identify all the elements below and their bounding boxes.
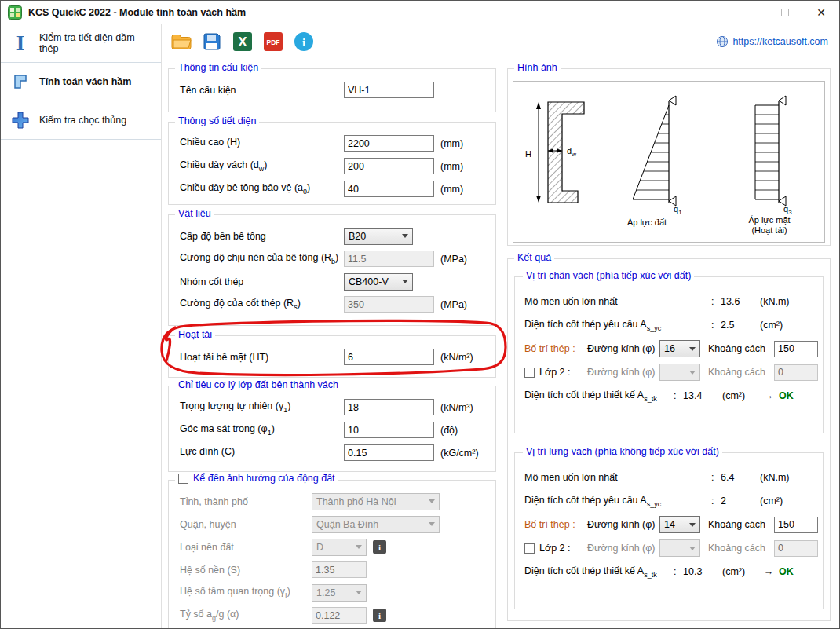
soil-type-label: Loại nền đất [180, 542, 312, 553]
colon: : [674, 390, 683, 401]
open-file-button[interactable] [170, 30, 193, 53]
soil-type-dropdown: D [312, 539, 367, 556]
colon: : [711, 296, 721, 307]
ground-factor-label: Hệ số nền (S) [180, 565, 312, 576]
sidebar-item-label: Kiểm tra tiết diện dầm thép [39, 32, 155, 54]
unit-weight-unit: (kN/m³) [440, 402, 488, 413]
district-dropdown: Quận Ba Đình [312, 516, 440, 533]
cohesion-input[interactable] [344, 444, 434, 461]
label-part: Chiều dày vách (d [180, 159, 259, 170]
sidebar-item-label: Kiểm tra chọc thủng [39, 115, 126, 126]
required-steel-value: 2 [721, 496, 760, 506]
layer2-spacing-input [774, 540, 818, 557]
steel-beam-icon: I [9, 31, 32, 55]
group-title: Hình ảnh [514, 62, 561, 73]
design-steel-row: Diện tích cốt thép thiết kế As_tk : 10.3… [515, 560, 823, 583]
chevron-down-icon [356, 591, 362, 594]
website-link[interactable]: https://ketcausoft.com [732, 36, 828, 47]
concrete-strength-label: Cường độ chịu nén của bê tông (Rb) [180, 252, 344, 265]
soil-type-row: Loại nền đất D i [169, 536, 495, 558]
moment-row: Mô men uốn lớn nhất : 13.6 (kN.m) [515, 290, 823, 313]
excel-icon: X [232, 31, 253, 52]
info-button[interactable]: i [292, 30, 316, 53]
ibeam-glyph: I [16, 33, 25, 54]
friction-angle-input[interactable] [344, 422, 434, 438]
accel-ratio-info-button[interactable]: i [373, 609, 386, 622]
result-section-title: Vị trí lưng vách (phía không tiếp xúc vớ… [523, 446, 722, 457]
diameter-label: Đường kính (φ) [587, 519, 659, 530]
cover-thickness-input[interactable] [344, 181, 434, 197]
cohesion-unit: (kG/cm²) [440, 448, 488, 459]
unit-weight-input[interactable] [344, 399, 434, 415]
label-part: s_tk [644, 394, 657, 402]
layer2-checkbox[interactable] [524, 368, 535, 378]
layer2-spacing-label: Khoảng cách [708, 367, 774, 378]
surface-pressure-caption-1: Áp lực mặt [748, 215, 790, 225]
height-input[interactable] [344, 135, 434, 152]
label-part: ) [335, 252, 338, 263]
earth-pressure-caption: Áp lực đất [627, 218, 667, 227]
label-part: Diện tích cốt thép yêu cầu A [524, 319, 647, 330]
arrange-row: Bố trí thép : Đường kính (φ) 16 Khoảng c… [515, 337, 823, 360]
minimize-button[interactable]: – [731, 1, 767, 24]
dropdown-value: 14 [664, 519, 686, 530]
svg-text:PDF: PDF [267, 38, 280, 46]
diameter-dropdown[interactable]: 16 [659, 340, 700, 357]
group-section-params: Thông số tiết diện Chiều cao (H) (mm) Ch… [168, 122, 496, 205]
steel-group-dropdown[interactable]: CB400-V [344, 273, 413, 291]
export-excel-button[interactable]: X [231, 30, 254, 53]
seismic-checkbox[interactable] [178, 474, 188, 484]
maximize-button [767, 1, 803, 24]
required-steel-row: Diện tích cốt thép yêu cầu As_yc : 2.5 (… [515, 313, 823, 337]
save-button[interactable] [200, 30, 224, 53]
label-part: ) [264, 159, 267, 170]
label-part: ) [307, 182, 310, 193]
export-pdf-button[interactable]: PDF [261, 30, 285, 53]
globe-icon [716, 35, 729, 48]
ground-factor-row: Hệ số nền (S) [169, 558, 495, 581]
required-steel-unit: (cm²) [760, 320, 783, 331]
layer2-label: Lớp 2 : [539, 543, 587, 554]
group-live-load: Hoạt tải Hoạt tải bề mặt (HT) (kN/m²) [168, 335, 496, 378]
dim-dw-label: dw [567, 146, 576, 158]
svg-text:i: i [302, 36, 305, 49]
accel-ratio-row: Tỷ số ag/g (α) i [169, 604, 495, 627]
arrange-row: Bố trí thép : Đường kính (φ) 14 Khoảng c… [515, 513, 823, 536]
soil-type-info-button[interactable]: i [373, 540, 386, 554]
window-controls: – ✕ [731, 1, 839, 24]
colon: : [711, 320, 721, 331]
sidebar-item-steel-beam-check[interactable]: I Kiểm tra tiết diện dầm thép [1, 24, 161, 63]
component-name-input[interactable] [344, 82, 434, 98]
steel-strength-input [344, 296, 434, 313]
close-button[interactable]: ✕ [803, 1, 839, 24]
spacing-input[interactable] [774, 341, 818, 357]
status-badge: OK [779, 566, 794, 577]
steel-group-label: Nhóm cốt thép [180, 276, 344, 287]
window-title: KCS QuickC 2022 - Module tính toán vách … [28, 7, 246, 18]
component-name-row: Tên cấu kiện [169, 79, 495, 101]
toolbar: X PDF i [162, 24, 839, 59]
group-seismic: Kể đến ảnh hưởng của động đất Tỉnh, thàn… [168, 480, 496, 629]
concrete-grade-dropdown[interactable]: B20 [344, 228, 413, 245]
maximize-icon [781, 9, 789, 16]
moment-unit: (kN.m) [760, 296, 790, 307]
label-part: Diện tích cốt thép thiết kế A [524, 565, 644, 576]
svg-text:X: X [238, 35, 247, 49]
dropdown-value: B20 [349, 231, 399, 242]
surface-load-input[interactable] [344, 349, 434, 365]
wall-thickness-input[interactable] [344, 158, 434, 174]
label-part: ) [287, 586, 290, 597]
moment-row: Mô men uốn lớn nhất : 6.4 (kN.m) [515, 466, 823, 489]
design-steel-row: Diện tích cốt thép thiết kế As_tk : 13.4… [515, 384, 823, 408]
design-steel-unit: (cm²) [722, 566, 758, 577]
diameter-dropdown[interactable]: 14 [659, 516, 700, 533]
sidebar-item-punching-check[interactable]: Kiểm tra chọc thủng [1, 101, 161, 140]
sidebar-item-basement-wall[interactable]: Tính toán vách hầm [1, 63, 161, 101]
moment-value: 13.6 [721, 296, 760, 307]
layer2-checkbox[interactable] [524, 543, 535, 554]
cohesion-label: Lực dính (C) [180, 446, 344, 459]
dim-H-label: H [525, 149, 531, 159]
group-title: Kết quả [514, 252, 554, 263]
main-panel: X PDF i [162, 24, 839, 629]
spacing-input[interactable] [774, 517, 818, 533]
